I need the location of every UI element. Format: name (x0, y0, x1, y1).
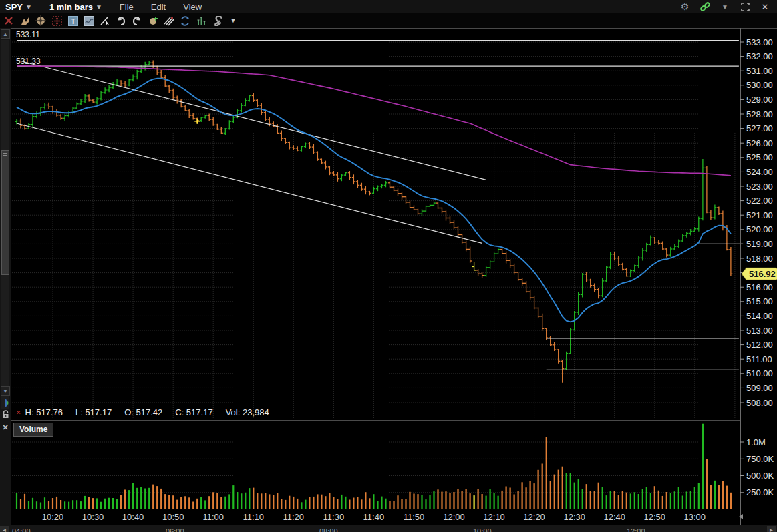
ohlc-bar[interactable] (348, 171, 351, 180)
ohlc-bar[interactable] (288, 142, 291, 150)
ohlc-bar[interactable] (256, 99, 259, 107)
ohlc-bar[interactable] (292, 145, 295, 150)
ohlc-bar[interactable] (508, 259, 512, 268)
ohlc-bar[interactable] (408, 201, 412, 209)
ohlc-bar[interactable] (412, 205, 416, 210)
ohlc-bar[interactable] (593, 284, 596, 292)
ohlc-bar[interactable] (364, 186, 367, 194)
ohlc-bar[interactable] (360, 183, 363, 191)
ohlc-bar[interactable] (428, 205, 432, 208)
ohlc-bar[interactable] (344, 172, 347, 176)
ohlc-bar[interactable] (440, 208, 444, 214)
ohlc-bar[interactable] (35, 111, 38, 118)
ohlc-bar[interactable] (549, 336, 552, 346)
ohlc-bar[interactable] (180, 99, 183, 107)
ohlc-bar[interactable] (296, 146, 299, 151)
ohlc-bar[interactable] (152, 60, 155, 68)
ohlc-bar[interactable] (75, 102, 79, 109)
ohlc-bar[interactable] (701, 159, 704, 220)
ohlc-bar[interactable] (673, 244, 676, 250)
ohlc-bar[interactable] (19, 119, 22, 129)
ohlc-bar[interactable] (312, 144, 315, 154)
ohlc-bar[interactable] (80, 99, 83, 105)
ohlc-bar[interactable] (729, 247, 732, 276)
ohlc-bar[interactable] (172, 89, 175, 99)
ohlc-bar[interactable] (601, 278, 604, 298)
ohlc-bar[interactable] (112, 82, 115, 89)
ohlc-bar[interactable] (156, 66, 159, 75)
ohlc-bar[interactable] (184, 105, 187, 111)
ohlc-bar[interactable] (31, 114, 34, 127)
ohlc-bar[interactable] (324, 161, 327, 170)
ohlc-bar[interactable] (444, 210, 448, 220)
ohlc-bar[interactable] (100, 91, 103, 101)
ohlc-bar[interactable] (168, 85, 171, 93)
ohlc-bars-layer[interactable] (15, 60, 732, 382)
time-axis[interactable]: 10:2010:3010:4010:5011:0011:1011:2011:30… (42, 512, 743, 522)
ohlc-bar[interactable] (55, 109, 59, 117)
ohlc-bar[interactable] (188, 109, 191, 118)
ohlc-bar[interactable] (88, 94, 91, 101)
ohlc-bar[interactable] (717, 207, 720, 216)
ohlc-bar[interactable] (609, 252, 612, 269)
ohlc-bar[interactable] (96, 97, 99, 105)
ohlc-bar[interactable] (629, 269, 632, 277)
ohlc-bar[interactable] (661, 241, 664, 250)
ohlc-bar[interactable] (120, 80, 123, 86)
ohlc-bar[interactable] (216, 124, 219, 130)
ohlc-bar[interactable] (128, 79, 131, 86)
ohlc-bar[interactable] (569, 328, 572, 354)
ohlc-bar[interactable] (280, 131, 283, 141)
ohlc-bar[interactable] (136, 70, 139, 79)
ohlc-bar[interactable] (488, 260, 492, 269)
ohlc-bar[interactable] (200, 117, 203, 122)
ohlc-bar[interactable] (124, 81, 127, 88)
ohlc-bar[interactable] (581, 273, 584, 298)
plus-marker[interactable] (194, 119, 200, 124)
ohlc-bar[interactable] (669, 247, 672, 257)
ohlc-bar[interactable] (496, 248, 500, 254)
ohlc-bar[interactable] (665, 248, 668, 258)
ohlc-bar[interactable] (316, 151, 319, 160)
ohlc-bar[interactable] (577, 292, 580, 315)
ohlc-bar[interactable] (212, 117, 215, 126)
ohlc-bar[interactable] (472, 262, 476, 270)
ohlc-bar[interactable] (372, 187, 375, 194)
ohlc-bar[interactable] (585, 272, 588, 282)
ohlc-bar[interactable] (59, 114, 63, 120)
ohlc-bar[interactable] (104, 87, 107, 94)
ohlc-bar[interactable] (617, 256, 620, 266)
ohlc-bar[interactable] (368, 191, 371, 196)
ohlc-bar[interactable] (536, 307, 540, 318)
ohlc-bar[interactable] (264, 110, 267, 121)
ohlc-bar[interactable] (92, 99, 95, 103)
ohlc-bar[interactable] (164, 75, 167, 87)
ohlc-bar[interactable] (204, 115, 207, 119)
ohlc-bar[interactable] (404, 196, 408, 204)
ohlc-bar[interactable] (276, 124, 279, 134)
ohlc-bar[interactable] (396, 188, 400, 196)
ohlc-bar[interactable] (43, 103, 46, 109)
drawn-lines-layer[interactable] (17, 41, 743, 370)
ohlc-bar[interactable] (436, 202, 440, 209)
ohlc-bar[interactable] (400, 192, 404, 200)
ohlc-bar[interactable] (637, 256, 640, 268)
price-axis[interactable]: 533.00532.00531.00530.00529.00528.00527.… (740, 37, 777, 408)
ohlc-bar[interactable] (63, 115, 67, 121)
ohlc-bar[interactable] (621, 263, 624, 271)
status-close-icon[interactable]: ✕ (16, 409, 21, 416)
ohlc-bar[interactable] (685, 232, 688, 238)
ohlc-bar[interactable] (148, 61, 151, 65)
ohlc-bar[interactable] (376, 186, 379, 192)
ohlc-bar[interactable] (47, 103, 50, 109)
ohlc-bar[interactable] (248, 95, 251, 102)
ohlc-bar[interactable] (464, 241, 468, 252)
ohlc-bar[interactable] (605, 266, 608, 282)
ohlc-bar[interactable] (597, 288, 600, 299)
ohlc-bar[interactable] (84, 94, 87, 103)
ohlc-bar[interactable] (516, 272, 520, 281)
ohlc-bar[interactable] (504, 252, 508, 264)
ohlc-bar[interactable] (705, 166, 708, 213)
ohlc-bar[interactable] (224, 128, 227, 135)
ohlc-bar[interactable] (160, 70, 163, 79)
